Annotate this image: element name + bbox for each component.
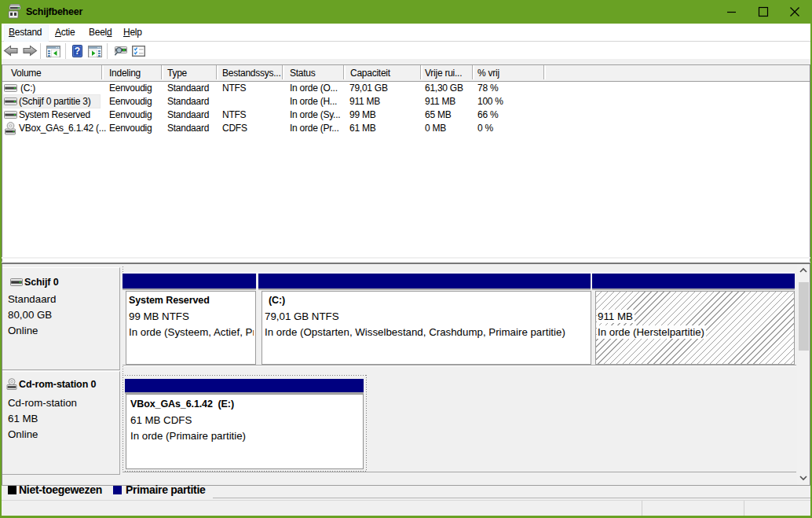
svg-text:?: ? (75, 46, 80, 57)
